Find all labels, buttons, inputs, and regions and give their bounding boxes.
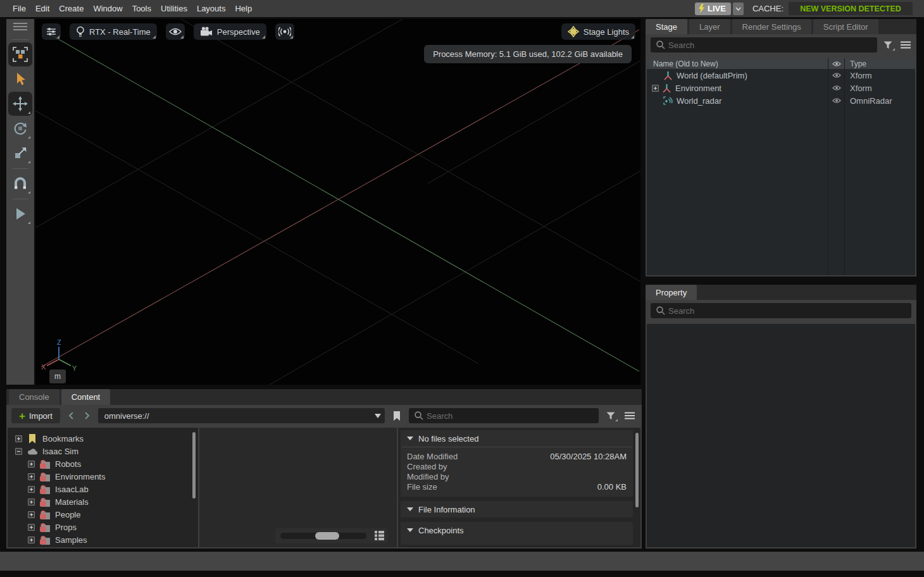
tree-item-isaac-sim[interactable]: Isaac Sim <box>8 445 198 457</box>
tab-property[interactable]: Property <box>646 285 697 300</box>
tree-item-label: People <box>55 510 80 519</box>
tab-render-settings[interactable]: Render Settings <box>732 19 811 34</box>
tree-item-isaaclab[interactable]: IsaacLab <box>8 483 198 495</box>
renderer-button-label: RTX - Real-Time <box>89 27 151 37</box>
visibility-toggle[interactable] <box>828 82 844 94</box>
menu-file[interactable]: File <box>13 4 26 13</box>
stage-search-input[interactable] <box>651 37 877 53</box>
toolbar-divider <box>12 39 28 40</box>
stage-row-environment[interactable]: Environment Xform <box>647 82 915 94</box>
viewport-settings-button[interactable] <box>42 23 61 40</box>
expand-icon[interactable] <box>28 473 35 480</box>
column-type-header[interactable]: Type <box>844 58 915 69</box>
content-file-area[interactable] <box>199 428 397 547</box>
expand-icon[interactable] <box>28 537 35 543</box>
nav-forward-button[interactable] <box>82 408 93 423</box>
visibility-toggle[interactable] <box>828 94 844 107</box>
camera-button[interactable]: Perspective <box>194 23 266 40</box>
move-tool[interactable] <box>8 92 32 116</box>
expand-icon[interactable] <box>28 486 35 493</box>
rotate-tool[interactable] <box>8 116 32 140</box>
live-dropdown-button[interactable] <box>733 3 744 15</box>
tree-item-materials[interactable]: Materials <box>8 495 198 508</box>
thumbnail-size-slider[interactable] <box>280 533 366 539</box>
triangle-down-icon <box>375 414 381 418</box>
checkpoints-section: Checkpoints <box>401 522 633 545</box>
isaac-sim-window: File Edit Create Window Tools Utilities … <box>0 0 924 577</box>
selection-section-header[interactable]: No files selected <box>401 430 633 447</box>
scale-tool[interactable] <box>8 141 32 165</box>
viewport-capture-button[interactable] <box>275 23 294 40</box>
play-button[interactable] <box>8 202 32 226</box>
tree-item-environments[interactable]: Environments <box>8 470 198 483</box>
expand-icon[interactable] <box>28 499 35 506</box>
menu-utilities[interactable]: Utilities <box>161 4 187 13</box>
property-search-input[interactable] <box>651 303 911 318</box>
column-name-header[interactable]: Name (Old to New) <box>647 58 828 69</box>
expand-icon[interactable] <box>28 461 35 468</box>
stage-row-world-radar[interactable]: World_radar OmniRadar <box>647 94 915 107</box>
tree-item-people[interactable]: People <box>8 508 198 521</box>
tab-script-editor[interactable]: Script Editor <box>813 19 878 34</box>
file-information-header[interactable]: File Information <box>401 501 633 518</box>
viewport-units-badge[interactable]: m <box>49 369 66 383</box>
live-button[interactable]: LIVE <box>695 3 731 15</box>
nav-back-button[interactable] <box>65 408 77 423</box>
property-searchbox <box>651 303 911 318</box>
tree-item-robots[interactable]: Robots <box>8 457 198 470</box>
stage-tree-empty-area <box>647 107 915 275</box>
menu-tools[interactable]: Tools <box>132 4 151 13</box>
chevron-left-icon <box>68 412 73 419</box>
cloud-icon <box>27 447 38 455</box>
tree-item-samples[interactable]: Samples <box>8 533 198 546</box>
menu-window[interactable]: Window <box>93 4 122 13</box>
grid-view-button[interactable] <box>374 530 385 541</box>
path-dropdown-button[interactable] <box>371 408 385 423</box>
menu-layouts[interactable]: Layouts <box>197 4 226 13</box>
stage-options-button[interactable] <box>899 37 913 53</box>
expand-icon[interactable] <box>652 85 659 92</box>
menu-edit[interactable]: Edit <box>35 4 49 13</box>
stage-lights-button[interactable]: Stage Lights <box>561 23 635 40</box>
visibility-toggle[interactable] <box>828 69 844 82</box>
grip-lines-icon[interactable] <box>13 23 27 30</box>
expand-icon[interactable] <box>28 524 35 531</box>
expand-icon[interactable] <box>15 435 22 442</box>
chevron-right-icon <box>85 412 90 419</box>
viewport-visibility-button[interactable] <box>166 23 185 40</box>
locked-folder-icon <box>39 472 51 481</box>
snap-tool[interactable] <box>8 171 32 195</box>
stage-row-world[interactable]: World (defaultPrim) Xform <box>647 69 915 82</box>
tab-stage[interactable]: Stage <box>646 19 687 34</box>
select-tool[interactable] <box>8 67 32 91</box>
menu-bar: File Edit Create Window Tools Utilities … <box>0 0 924 17</box>
tab-console[interactable]: Console <box>9 389 59 405</box>
slider-thumb[interactable] <box>315 532 339 540</box>
collapse-icon[interactable] <box>15 448 22 455</box>
stage-tree-header[interactable]: Name (Old to New) Type <box>647 58 915 69</box>
tab-layer[interactable]: Layer <box>689 19 730 34</box>
viewport[interactable]: RTX - Real-Time <box>35 19 640 385</box>
menu-create[interactable]: Create <box>59 4 84 13</box>
content-search-input[interactable] <box>409 408 599 423</box>
select-prim-tool[interactable] <box>8 42 32 66</box>
stage-filter-button[interactable] <box>881 37 895 53</box>
expand-icon[interactable] <box>28 511 35 518</box>
content-filter-button[interactable] <box>604 408 618 423</box>
status-bar <box>0 552 924 571</box>
details-scrollbar[interactable] <box>635 433 639 507</box>
menu-help[interactable]: Help <box>235 4 252 13</box>
magnet-icon <box>13 176 28 191</box>
renderer-button[interactable]: RTX - Real-Time <box>70 23 157 40</box>
tree-scrollbar[interactable] <box>192 432 196 499</box>
tree-item-bookmarks[interactable]: Bookmarks <box>8 432 198 445</box>
field-file-size: File size 0.00 KB <box>407 481 627 492</box>
column-visibility-header[interactable] <box>828 58 844 69</box>
checkpoints-header[interactable]: Checkpoints <box>401 522 633 538</box>
tab-content[interactable]: Content <box>61 389 111 405</box>
content-options-button[interactable] <box>623 408 637 423</box>
path-input[interactable] <box>98 411 371 421</box>
import-button[interactable]: + Import <box>11 408 60 423</box>
bookmark-button[interactable] <box>390 408 404 423</box>
tree-item-props[interactable]: Props <box>8 521 198 533</box>
